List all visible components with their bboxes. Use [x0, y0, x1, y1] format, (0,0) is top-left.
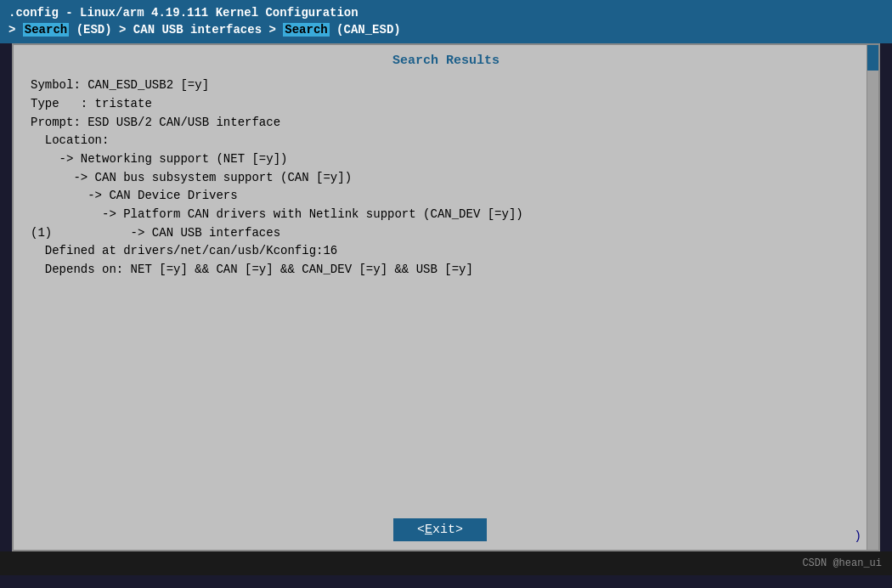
exit-right-arrow: >: [455, 523, 463, 537]
footer-text: CSDN @hean_ui: [802, 557, 882, 569]
title-suffix: (CAN_ESD): [330, 23, 401, 37]
result-line-2: Type : tristate: [31, 95, 861, 114]
result-line-5: -> Networking support (NET [=y]): [31, 150, 861, 169]
result-line-6: -> CAN bus subsystem support (CAN [=y]): [31, 169, 861, 188]
scrollbar[interactable]: [867, 45, 878, 550]
result-line-10: Defined at drivers/net/can/usb/Kconfig:1…: [31, 242, 861, 261]
content-area: Symbol: CAN_ESD_USB2 [=y] Type : tristat…: [14, 73, 878, 288]
result-line-4: Location:: [31, 132, 861, 150]
exit-label: Exit: [425, 523, 455, 537]
title-bar: .config - Linux/arm 4.19.111 Kernel Conf…: [0, 0, 892, 43]
footer: CSDN @hean_ui: [0, 551, 892, 575]
title-prompt: >: [8, 23, 23, 37]
result-line-7: -> CAN Device Drivers: [31, 187, 861, 206]
search-breadcrumb-1[interactable]: Search: [23, 23, 69, 37]
dialog-title: Search Results: [14, 45, 878, 73]
title-mid: (ESD) > CAN USB interfaces >: [69, 23, 283, 37]
result-line-9: (1) -> CAN USB interfaces: [31, 224, 861, 243]
title-line2: > Search (ESD) > CAN USB interfaces > Se…: [8, 22, 884, 39]
scrollbar-thumb[interactable]: [867, 45, 878, 71]
exit-left-arrow: <: [417, 523, 425, 537]
title-line1: .config - Linux/arm 4.19.111 Kernel Conf…: [8, 5, 884, 22]
bottom-bar: < Exit >: [25, 510, 855, 550]
exit-button[interactable]: < Exit >: [393, 518, 487, 541]
result-line-11: Depends on: NET [=y] && CAN [=y] && CAN_…: [31, 261, 861, 280]
result-line-3: Prompt: ESD USB/2 CAN/USB interface: [31, 114, 861, 133]
result-line-8: -> Platform CAN drivers with Netlink sup…: [31, 206, 861, 224]
result-line-1: Symbol: CAN_ESD_USB2 [=y]: [31, 76, 861, 95]
search-breadcrumb-2[interactable]: Search: [283, 23, 329, 37]
